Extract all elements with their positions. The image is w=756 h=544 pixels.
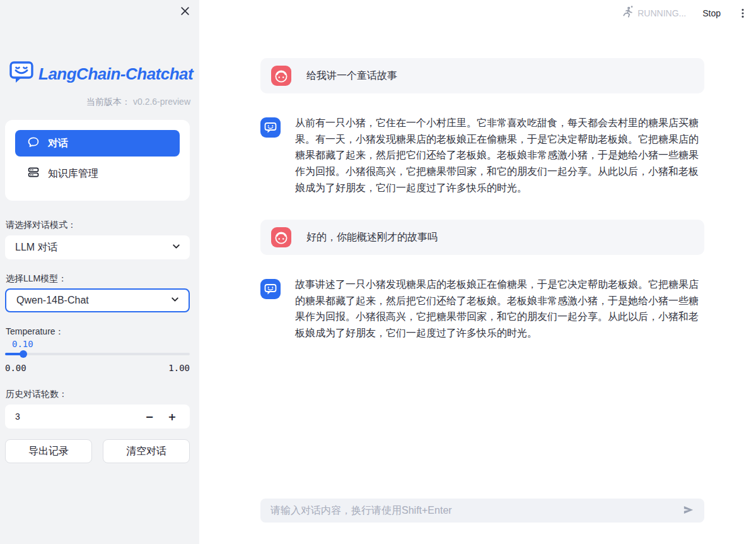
chat-input[interactable] <box>270 505 680 516</box>
temperature-slider[interactable] <box>5 353 190 355</box>
sidebar-item-dialogue[interactable]: 对话 <box>15 130 180 157</box>
decrement-button[interactable]: − <box>142 411 157 423</box>
history-rounds-input[interactable]: 3 − + <box>5 405 190 429</box>
dialog-mode-value: LLM 对话 <box>15 241 58 254</box>
message-text: 给我讲一个童话故事 <box>306 69 397 83</box>
nav-label: 对话 <box>48 137 68 150</box>
message-text: 好的，你能概述刚才的故事吗 <box>306 231 438 244</box>
nav-card: 对话 知识库管理 <box>5 120 190 201</box>
overflow-menu-icon[interactable] <box>737 8 748 19</box>
chat-message-assistant: 从前有一只小猪，它住在一个小村庄里。它非常喜欢吃甜食，每天都会去村里的糖果店买糖… <box>260 114 704 196</box>
database-stack-icon <box>27 166 40 181</box>
running-person-icon <box>620 5 634 21</box>
logo-icon <box>9 59 34 88</box>
sidebar-close-button[interactable] <box>178 6 191 18</box>
llm-model-label: 选择LLM模型： <box>6 273 67 285</box>
sidebar-actions: 导出记录 清空对话 <box>5 439 190 463</box>
chat-message-user: 给我讲一个童话故事 <box>260 58 704 93</box>
dialog-mode-select[interactable]: LLM 对话 <box>5 235 190 259</box>
version-info: 当前版本： v0.2.6-preview <box>86 97 190 108</box>
stop-button[interactable]: Stop <box>702 8 721 18</box>
slider-min: 0.00 <box>5 363 26 373</box>
dialog-mode-label: 请选择对话模式： <box>6 220 76 231</box>
sidebar: LangChain-Chatchat 当前版本： v0.2.6-preview … <box>0 0 199 544</box>
temperature-label: Temperature： <box>6 326 64 338</box>
version-value: v0.2.6-preview <box>133 97 190 107</box>
assistant-avatar-icon <box>260 117 281 138</box>
slider-range-labels: 0.00 1.00 <box>5 363 190 373</box>
chat-message-user: 好的，你能概述刚才的故事吗 <box>260 220 704 255</box>
send-arrow-icon <box>682 503 695 519</box>
message-text: 从前有一只小猪，它住在一个小村庄里。它非常喜欢吃甜食，每天都会去村里的糖果店买糖… <box>295 115 702 196</box>
app-header: RUNNING... Stop <box>620 5 748 21</box>
clear-dialogue-button[interactable]: 清空对话 <box>103 439 190 463</box>
history-rounds-value: 3 <box>15 411 142 422</box>
app-logo: LangChain-Chatchat <box>9 59 193 88</box>
user-avatar-icon <box>271 227 291 247</box>
llm-model-select[interactable]: Qwen-14B-Chat <box>5 288 190 312</box>
slider-thumb[interactable] <box>20 350 27 358</box>
version-label: 当前版本： <box>86 97 131 107</box>
user-avatar-icon <box>271 66 291 86</box>
status-text: RUNNING... <box>637 8 686 18</box>
increment-button[interactable]: + <box>165 411 180 423</box>
speech-bubble-icon <box>27 136 40 151</box>
logo-title: LangChain-Chatchat <box>38 64 193 84</box>
history-rounds-label: 历史对话轮数： <box>6 389 67 400</box>
message-text: 故事讲述了一只小猪发现糖果店的老板娘正在偷糖果，于是它决定帮助老板娘。它把糖果店… <box>295 276 702 341</box>
temperature-value: 0.10 <box>12 339 33 349</box>
main-area: RUNNING... Stop 给我讲一个童话故事 <box>199 0 756 544</box>
slider-max: 1.00 <box>168 363 190 373</box>
assistant-avatar-icon <box>260 279 281 299</box>
chat-input-container <box>260 499 704 523</box>
chevron-down-icon <box>172 242 181 254</box>
close-icon <box>180 6 190 18</box>
chevron-down-icon <box>170 295 180 307</box>
sidebar-item-knowledge-base[interactable]: 知识库管理 <box>15 161 180 186</box>
chat-message-assistant: 故事讲述了一只小猪发现糖果店的老板娘正在偷糖果，于是它决定帮助老板娘。它把糖果店… <box>260 275 704 341</box>
app-root: LangChain-Chatchat 当前版本： v0.2.6-preview … <box>0 0 756 544</box>
nav-label: 知识库管理 <box>48 167 98 180</box>
send-button[interactable] <box>680 502 697 520</box>
export-records-button[interactable]: 导出记录 <box>5 439 92 463</box>
llm-model-value: Qwen-14B-Chat <box>16 295 89 306</box>
